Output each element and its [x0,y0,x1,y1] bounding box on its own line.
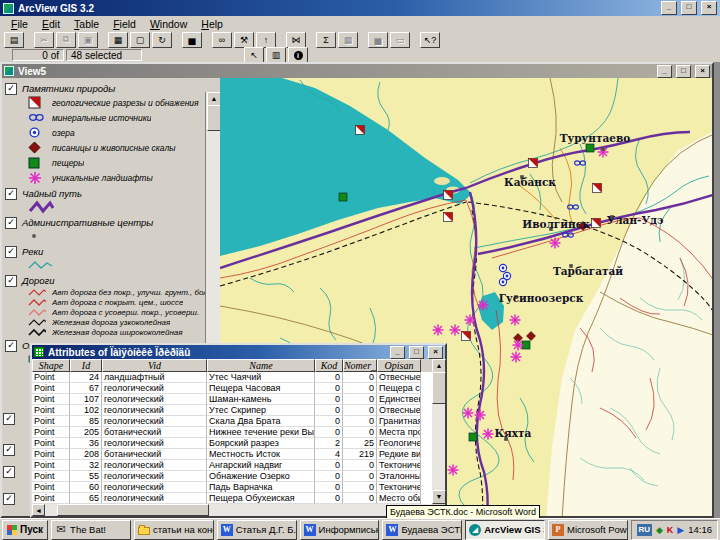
menu-file[interactable]: File [4,17,35,31]
tray-icon-player[interactable]: ▶ [677,524,684,536]
layer-checkbox[interactable]: ✓ [5,217,17,229]
identify-tool[interactable]: i [288,47,308,63]
city-marker[interactable] [601,147,605,151]
task-button-folder[interactable]: статьи на конф [134,520,214,540]
column-header-id[interactable]: Id [70,359,102,372]
layer-checkbox[interactable]: ✓ [3,444,15,456]
help-button[interactable]: ↖? [420,32,440,48]
cave-marker[interactable] [469,433,477,441]
task-button-mail[interactable]: ✉The Bat! [51,520,131,540]
sort-desc-button[interactable]: ▭ [390,32,410,48]
attributes-minimize-button[interactable]: _ [390,346,405,359]
unique-landscape-marker[interactable] [483,429,494,440]
geo-section-marker[interactable] [356,126,365,135]
calculate-button[interactable]: ▦ [338,32,358,48]
tray-icon-kaspersky[interactable]: K [667,524,674,536]
paste-button[interactable]: ▣ [78,32,98,48]
scroll-up-arrow[interactable]: ▲ [432,359,446,373]
table-row[interactable]: Point55геологическийОбнажение Озерко00Эт… [32,471,432,482]
column-header-opisan[interactable]: Opisan [377,359,421,372]
geo-section-marker[interactable] [592,219,601,228]
geo-section-marker[interactable] [529,159,538,168]
scroll-thumb[interactable] [57,504,209,516]
geo-section-marker[interactable] [593,184,602,193]
language-indicator[interactable]: RU [637,524,652,536]
menu-help[interactable]: Help [194,17,230,31]
switch-selection-button[interactable]: ↻ [152,32,172,48]
table-row[interactable]: Point208ботаническийМестность Исток4219Р… [32,449,432,460]
geo-section-marker[interactable] [444,213,453,222]
unique-landscape-marker[interactable] [478,300,489,311]
select-record-tool[interactable]: ▥ [266,47,286,63]
table-row[interactable]: Point107геологическийШаман-камень00Единс… [32,394,432,405]
promote-button[interactable]: ↑ [256,32,276,48]
select-none-button[interactable]: ▢ [130,32,150,48]
table-row[interactable]: Point67геологическийПещера Часовая00Пеще… [32,383,432,394]
task-button-arcview[interactable]: ◢ArcView GIS 3... [465,520,545,540]
layer-checkbox[interactable]: ✓ [5,340,17,352]
cut-button[interactable]: ✂ [34,32,54,48]
attributes-maximize-button[interactable]: □ [409,346,424,359]
layer-checkbox[interactable]: ✓ [5,246,17,258]
scroll-up-arrow[interactable]: ▲ [207,92,221,106]
unique-landscape-marker[interactable] [448,465,459,476]
cave-marker[interactable] [586,144,594,152]
tray-icon-green[interactable]: ◆ [656,524,663,536]
layer-checkbox[interactable]: ✓ [3,466,15,478]
unique-landscape-marker[interactable] [475,410,486,421]
layer-checkbox[interactable]: ✓ [5,275,17,287]
task-button-word[interactable]: WСтатья Д.Г. Б... [217,520,297,540]
attributes-close-button[interactable]: × [428,346,443,359]
task-button-word[interactable]: WИнформписько... [300,520,380,540]
table-vscrollbar[interactable]: ▲ ▼ [432,359,445,504]
table-row[interactable]: Point36геологическийБоярский разрез225Ге… [32,438,432,449]
unique-landscape-marker[interactable] [433,325,444,336]
maximize-button[interactable]: □ [681,1,697,15]
task-button-word[interactable]: WБудаева ЭСТК... [382,520,462,540]
unique-landscape-marker[interactable] [463,408,474,419]
table-row[interactable]: Point60геологическийПадь Варначка00Текто… [32,482,432,493]
sort-asc-button[interactable]: ▅ [368,32,388,48]
close-button[interactable]: × [701,1,717,15]
menu-edit[interactable]: Edit [35,17,67,31]
copy-button[interactable]: ⧉ [56,32,76,48]
table-hscrollbar[interactable]: ◄ [32,504,432,516]
join-button[interactable]: ⋈ [286,32,306,48]
menu-field[interactable]: Field [106,17,143,31]
table-row[interactable]: Point102геологическийУтес Скрипер00Отвес… [32,405,432,416]
lake-point-marker[interactable] [499,264,506,271]
table-row[interactable]: Point32геологическийАнгарский надвиг00Те… [32,460,432,471]
table-row[interactable]: Point85геологическийСкала Два Брата00Гра… [32,416,432,427]
geo-section-marker[interactable] [462,332,471,341]
cave-marker[interactable] [339,193,347,201]
unique-landscape-marker[interactable] [511,352,522,363]
layer-checkbox[interactable]: ✓ [3,493,15,505]
table-row[interactable]: Point24ландшафтныйУтес Чаячий00Отвесные … [32,372,432,383]
unique-landscape-marker[interactable] [550,238,561,249]
unique-landscape-marker[interactable] [513,340,524,351]
layer-checkbox[interactable]: ✓ [3,413,15,425]
task-button-ppt[interactable]: PMicrosoft Powe... [548,520,628,540]
pointer-tool[interactable]: ↖ [244,47,264,63]
table-row[interactable]: Point205ботаническийНижнее течение реки … [32,427,432,438]
select-all-button[interactable]: ▦ [108,32,128,48]
scroll-down-arrow[interactable]: ▼ [432,490,446,504]
view-maximize-button[interactable]: □ [676,65,691,78]
unique-landscape-marker[interactable] [465,315,476,326]
column-header-vid[interactable]: Vid [102,359,207,372]
attributes-titlebar[interactable]: Attributes of Ïàìÿòíèêè Ïðèðîäû _ □ × [32,345,445,359]
column-header-nomer_[interactable]: Nomer_ [343,359,377,372]
find-button[interactable]: ∞ [212,32,232,48]
table-row[interactable]: Point65геологическийПещера Обухеиская00М… [32,493,432,504]
menu-window[interactable]: Window [143,17,194,31]
column-header-kod[interactable]: Kod [315,359,343,372]
view-minimize-button[interactable]: _ [657,65,672,78]
view-titlebar[interactable]: View5 _ □ × [2,64,712,78]
scroll-thumb[interactable] [432,372,446,404]
geo-section-marker[interactable] [444,191,453,200]
save-button[interactable]: ▤ [4,32,24,48]
layer-checkbox[interactable]: ✓ [5,83,17,95]
scroll-thumb[interactable] [207,105,221,131]
unique-landscape-marker[interactable] [510,315,521,326]
start-button[interactable]: Пуск [2,520,48,540]
